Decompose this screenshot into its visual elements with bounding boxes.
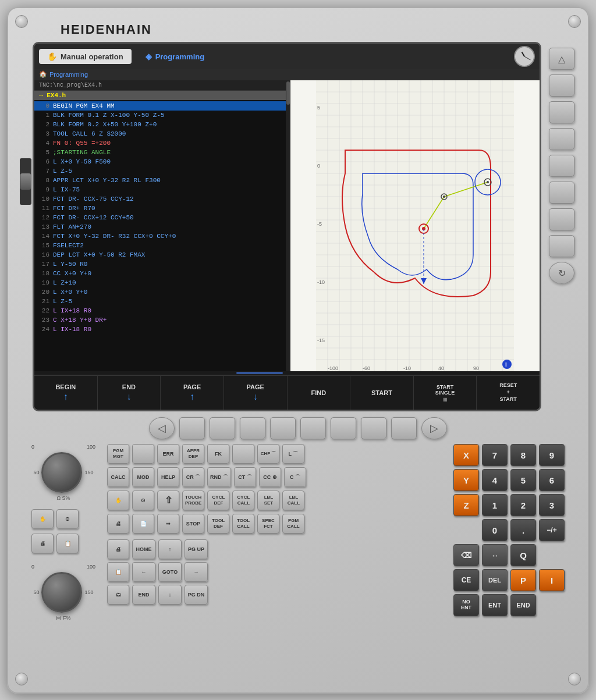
nav-middle-2[interactable] bbox=[210, 417, 235, 439]
err-btn[interactable]: ERR bbox=[157, 444, 179, 464]
manual-btn[interactable]: ✋ bbox=[107, 491, 129, 510]
end-btn[interactable]: END bbox=[510, 594, 536, 616]
right-btn-7[interactable] bbox=[549, 235, 574, 257]
right-btn-triangle-up[interactable]: △ bbox=[549, 48, 574, 70]
l-btn[interactable]: L ⌒ bbox=[282, 444, 304, 464]
nav-btn-left[interactable]: ◁ bbox=[149, 417, 175, 439]
nav-middle-4[interactable] bbox=[270, 417, 296, 439]
cr-btn[interactable]: CR ⌒ bbox=[182, 467, 204, 487]
home-btn[interactable]: HOME bbox=[132, 539, 155, 559]
decimal-btn[interactable]: . bbox=[510, 519, 536, 541]
right-btn-4[interactable] bbox=[549, 155, 574, 177]
up-arrow-btn[interactable]: ↑ bbox=[158, 539, 182, 559]
ent-btn[interactable]: ENT bbox=[482, 594, 508, 616]
blank-btn-1[interactable] bbox=[132, 444, 154, 464]
num-5-btn[interactable]: 5 bbox=[510, 469, 536, 491]
spec-fct-btn[interactable]: SPEC FCT bbox=[257, 514, 279, 534]
q-btn[interactable]: Q bbox=[510, 544, 536, 566]
tab-programming[interactable]: ◈ Programming bbox=[137, 49, 213, 64]
num-7-btn[interactable]: 7 bbox=[482, 444, 508, 466]
nav-middle-6[interactable] bbox=[331, 417, 356, 439]
right-btn-circle[interactable]: ↻ bbox=[549, 262, 574, 284]
chf-btn[interactable]: CHF ⌒ bbox=[257, 444, 279, 464]
fk-btn[interactable]: FK bbox=[207, 444, 229, 464]
page-up-btn[interactable]: 🖨 bbox=[31, 534, 54, 553]
c-btn[interactable]: C ⌒ bbox=[284, 467, 306, 487]
cycl-call-btn[interactable]: CYCL CALL bbox=[232, 491, 254, 510]
softkey-page-dn[interactable]: PAGE ↓ bbox=[224, 376, 288, 410]
nav-middle-1[interactable] bbox=[179, 417, 205, 439]
ct-btn[interactable]: CT ⌒ bbox=[234, 467, 256, 487]
nav-btn-right[interactable]: ▷ bbox=[421, 417, 447, 439]
right-btn-2[interactable] bbox=[549, 101, 574, 123]
nav-print3-btn[interactable]: 🗂 bbox=[107, 585, 129, 605]
end-nav-btn[interactable]: END bbox=[132, 585, 155, 605]
nav-middle-8[interactable] bbox=[391, 417, 417, 439]
mode-manual-btn[interactable]: ✋ bbox=[31, 509, 54, 529]
pgm-mgt-btn[interactable]: PGM MGT bbox=[107, 444, 129, 464]
tool-def-btn[interactable]: TOOL DEF bbox=[207, 514, 229, 534]
backspace-btn[interactable]: ⌫ bbox=[453, 544, 479, 566]
ce-btn[interactable]: CE bbox=[453, 569, 479, 591]
softkey-start-single[interactable]: START SINGLE ▦ bbox=[414, 376, 477, 410]
p-btn[interactable]: P bbox=[510, 569, 536, 591]
appr-dep-btn[interactable]: APPR DEP bbox=[182, 444, 204, 464]
pgup-btn[interactable]: PG UP bbox=[185, 539, 208, 559]
softkey-page-up[interactable]: PAGE ↑ bbox=[161, 376, 224, 410]
blank-btn-2[interactable] bbox=[232, 444, 254, 464]
softkey-end[interactable]: END ↓ bbox=[98, 376, 161, 410]
num-0-btn[interactable]: 0 bbox=[482, 519, 508, 541]
lbl-call-btn[interactable]: LBL CALL bbox=[282, 491, 304, 510]
nav-middle-3[interactable] bbox=[240, 417, 265, 439]
page-btn[interactable]: 📄 bbox=[132, 514, 154, 534]
cycl-def-btn[interactable]: CYCL DEF bbox=[207, 491, 229, 510]
num-3-btn[interactable]: 3 bbox=[539, 494, 565, 516]
softkey-start[interactable]: START bbox=[350, 376, 414, 410]
touch-probe-btn[interactable]: TOUCH PROBE bbox=[182, 491, 204, 510]
num-9-btn[interactable]: 9 bbox=[539, 444, 565, 466]
right-btn-6[interactable] bbox=[549, 208, 574, 230]
nav-middle-5[interactable] bbox=[300, 417, 326, 439]
exchange-btn[interactable]: ↔ bbox=[482, 544, 508, 566]
tab-manual-operation[interactable]: ✋ Manual operation bbox=[39, 49, 132, 64]
tool-call-btn[interactable]: TOOL CALL bbox=[232, 514, 254, 534]
softkey-begin[interactable]: BEGIN ↑ bbox=[34, 376, 98, 410]
stop-btn[interactable]: STOP bbox=[182, 514, 204, 534]
axis-y-btn[interactable]: Y bbox=[453, 469, 479, 491]
print-btn[interactable]: 🖨 bbox=[107, 514, 129, 534]
pgdn-btn[interactable]: PG DN bbox=[185, 585, 208, 605]
right-arrow-btn[interactable]: → bbox=[185, 562, 208, 582]
num-8-btn[interactable]: 8 bbox=[510, 444, 536, 466]
slider[interactable] bbox=[20, 158, 31, 205]
arrow-r-btn[interactable]: ⇒ bbox=[157, 514, 179, 534]
softkey-reset-start[interactable]: RESET + START bbox=[477, 376, 540, 410]
axis-z-btn[interactable]: Z bbox=[453, 494, 479, 516]
sign-btn[interactable]: −/+ bbox=[539, 519, 565, 541]
right-btn-5[interactable] bbox=[549, 182, 574, 204]
scroll-bar[interactable] bbox=[286, 80, 290, 371]
num-6-btn[interactable]: 6 bbox=[539, 469, 565, 491]
right-btn-3[interactable] bbox=[549, 128, 574, 150]
page-dn-btn[interactable]: 📋 bbox=[56, 534, 79, 553]
rnd-btn[interactable]: RND ⌒ bbox=[207, 467, 231, 487]
nav-print2-btn[interactable]: 📋 bbox=[107, 562, 129, 582]
shift-btn[interactable]: ⇧ bbox=[157, 491, 179, 510]
mod-btn[interactable]: MOD bbox=[132, 467, 154, 487]
num-4-btn[interactable]: 4 bbox=[482, 469, 508, 491]
axis-x-btn[interactable]: X bbox=[453, 444, 479, 466]
lbl-set-btn[interactable]: LBL SET bbox=[257, 491, 279, 510]
num-1-btn[interactable]: 1 bbox=[482, 494, 508, 516]
cc-btn[interactable]: CC ⊕ bbox=[259, 467, 281, 487]
softkey-find[interactable]: FIND bbox=[288, 376, 351, 410]
i-btn[interactable]: I bbox=[539, 569, 565, 591]
help-btn[interactable]: HELP bbox=[157, 467, 179, 487]
nav-print-btn[interactable]: 🖨 bbox=[107, 539, 129, 559]
calc-btn[interactable]: CALC bbox=[107, 467, 129, 487]
no-ent-btn[interactable]: NO ENT bbox=[453, 594, 479, 616]
speed-knob[interactable] bbox=[41, 452, 82, 493]
num-2-btn[interactable]: 2 bbox=[510, 494, 536, 516]
mode-test-btn[interactable]: ⊙ bbox=[56, 509, 79, 529]
del-btn[interactable]: DEL bbox=[482, 569, 508, 591]
down-arrow-btn[interactable]: ↓ bbox=[158, 585, 182, 605]
prog-btn[interactable]: ⊙ bbox=[132, 491, 154, 510]
